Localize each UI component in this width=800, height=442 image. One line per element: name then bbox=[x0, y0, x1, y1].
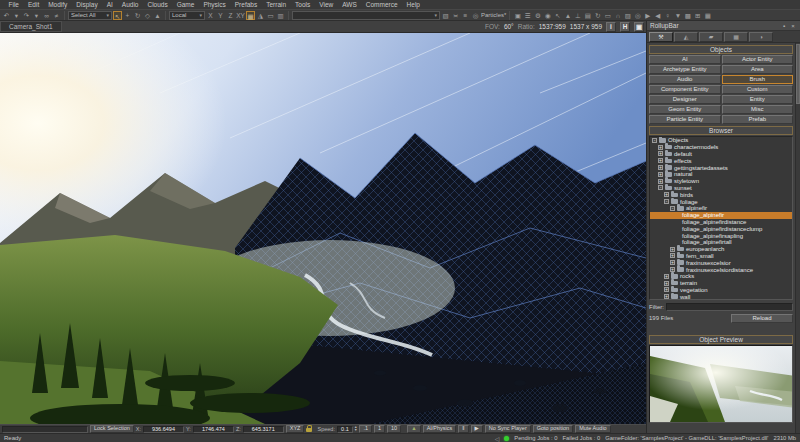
unlink-objects-icon[interactable]: ≠ bbox=[52, 11, 61, 20]
tree-item[interactable]: - foliage bbox=[650, 198, 792, 205]
tree-toggle-icon[interactable]: - bbox=[652, 138, 657, 143]
tree-toggle-icon[interactable]: + bbox=[658, 165, 663, 170]
ratio-value[interactable]: 1537:959 bbox=[539, 23, 566, 30]
stepper-arrows-icon[interactable]: ▲▼ bbox=[353, 426, 357, 433]
lock-selection-button[interactable]: Lock Selection bbox=[90, 425, 134, 433]
new-window-icon[interactable]: ⊞ bbox=[693, 11, 702, 20]
tree-item[interactable]: foliage_alpinefir bbox=[650, 212, 792, 219]
record-icon[interactable]: ◎ bbox=[633, 11, 642, 20]
tree-toggle-icon[interactable]: + bbox=[664, 294, 669, 299]
reload-scripts-icon[interactable]: ↻ bbox=[593, 11, 602, 20]
redo-history-dropdown-icon[interactable]: ▾ bbox=[32, 11, 41, 20]
axis-z-button[interactable]: Z bbox=[226, 11, 235, 20]
axis-x-button[interactable]: X bbox=[206, 11, 215, 20]
tree-item[interactable]: foliage_alpinefirsapling bbox=[650, 232, 792, 239]
y-coordinate-field[interactable]: 1746.474 bbox=[193, 426, 234, 433]
material-editor-icon[interactable]: ▨ bbox=[623, 11, 632, 20]
menu-item[interactable]: Edit bbox=[23, 0, 43, 9]
speed-value[interactable]: 0.1 bbox=[337, 426, 353, 433]
play-icon[interactable]: ▶ bbox=[643, 11, 652, 20]
tree-item[interactable]: foliage_alpinefirdistanceclump bbox=[650, 225, 792, 232]
ruler-icon[interactable]: ▭ bbox=[266, 11, 275, 20]
freeze-mask-icon[interactable]: ▧ bbox=[441, 11, 450, 20]
entity-button[interactable]: Entity bbox=[722, 95, 794, 104]
resolution-value[interactable]: 1537 x 959 bbox=[570, 23, 602, 30]
tree-toggle-icon[interactable]: + bbox=[658, 145, 663, 150]
character-editor-icon[interactable]: ♀ bbox=[663, 11, 672, 20]
step-button[interactable]: ▶ bbox=[471, 425, 483, 433]
component-entity-button[interactable]: Component Entity bbox=[649, 85, 721, 94]
ai-button[interactable]: AI bbox=[649, 55, 721, 64]
tree-toggle-icon[interactable]: + bbox=[670, 260, 675, 265]
texture-browser-icon[interactable]: ▩ bbox=[683, 11, 692, 20]
viewport-3d-scene[interactable] bbox=[0, 33, 646, 424]
tree-toggle-icon[interactable]: - bbox=[664, 199, 669, 204]
particles-icon[interactable]: ◎ bbox=[471, 11, 480, 20]
menu-item[interactable]: Clouds bbox=[143, 0, 172, 9]
close-icon[interactable]: × bbox=[789, 23, 797, 29]
panel-scrollbar[interactable] bbox=[795, 43, 800, 433]
angle-snap-icon[interactable]: ◮ bbox=[256, 11, 265, 20]
particles-label[interactable]: Particles* bbox=[481, 12, 506, 18]
tree-item[interactable]: + effects bbox=[650, 157, 792, 164]
grid-snap-icon[interactable]: ▦ bbox=[246, 11, 255, 20]
menu-item[interactable]: Prefabs bbox=[230, 0, 261, 9]
tree-item[interactable]: + default bbox=[650, 151, 792, 158]
dropdown-icon[interactable]: ▼ bbox=[673, 11, 682, 20]
pick-icon[interactable]: ↖ bbox=[553, 11, 562, 20]
tree-toggle-icon[interactable]: + bbox=[664, 274, 669, 279]
menu-item[interactable]: Terrain bbox=[262, 0, 291, 9]
menu-item[interactable]: Audio bbox=[117, 0, 143, 9]
back-icon[interactable]: ◀ bbox=[653, 11, 662, 20]
menu-item[interactable]: Game bbox=[172, 0, 199, 9]
pin-icon[interactable]: ▪ bbox=[780, 23, 788, 29]
move-tool-icon[interactable]: + bbox=[123, 11, 132, 20]
select-all-dropdown[interactable]: Select All ▾ bbox=[68, 11, 112, 20]
tab-objects[interactable]: ⚒ bbox=[649, 32, 673, 42]
ai-physics-button[interactable]: AI/Physics bbox=[423, 425, 457, 433]
lock-axis-icon[interactable] bbox=[306, 428, 312, 433]
tree-toggle-icon[interactable]: + bbox=[670, 247, 675, 252]
speed-stepper[interactable]: 0.1 ▲▼ bbox=[337, 426, 357, 433]
tree-item[interactable]: + wall bbox=[650, 293, 792, 300]
menu-item[interactable]: Modify bbox=[44, 0, 72, 9]
tree-item[interactable]: foliage_alpinefirtall bbox=[650, 239, 792, 246]
reload-button[interactable]: Reload bbox=[731, 314, 793, 323]
target-icon[interactable]: ◉ bbox=[543, 11, 552, 20]
speed-preset-1-button[interactable]: 1 bbox=[374, 425, 385, 433]
browser-section-header[interactable]: Browser bbox=[649, 126, 793, 135]
scrollbar-thumb[interactable] bbox=[796, 44, 800, 104]
menu-item[interactable]: Commerce bbox=[361, 0, 402, 9]
tree-toggle-icon[interactable]: + bbox=[658, 179, 663, 184]
tab-layers[interactable]: ◑ bbox=[749, 32, 773, 42]
tree-item[interactable]: + charactermodels bbox=[650, 144, 792, 151]
tree-toggle-icon[interactable]: + bbox=[664, 192, 669, 197]
layers-panel-icon[interactable]: ▤ bbox=[583, 11, 592, 20]
undo-history-dropdown-icon[interactable]: ▾ bbox=[12, 11, 21, 20]
camera-tab[interactable]: Camera_Shot1 bbox=[0, 21, 62, 32]
objects-section-header[interactable]: Objects bbox=[649, 45, 793, 54]
geom-entity-button[interactable]: Geom Entity bbox=[649, 105, 721, 114]
tree-item[interactable]: + styletown bbox=[650, 178, 792, 185]
tab-display[interactable]: ▦ bbox=[724, 32, 748, 42]
tree-toggle-icon[interactable]: + bbox=[658, 158, 663, 163]
mask-list-icon[interactable]: ≡ bbox=[461, 11, 470, 20]
tree-toggle-icon[interactable]: - bbox=[658, 185, 663, 190]
tree-toggle-icon[interactable]: + bbox=[658, 151, 663, 156]
axis-xy-button[interactable]: XY bbox=[236, 11, 245, 20]
pause-button[interactable]: ‖ bbox=[458, 425, 468, 433]
helpers-button[interactable]: H bbox=[620, 22, 630, 32]
link-objects-icon[interactable]: ∞ bbox=[42, 11, 51, 20]
rotate-tool-icon[interactable]: ↻ bbox=[133, 11, 142, 20]
tree-toggle-icon[interactable]: + bbox=[658, 172, 663, 177]
selection-mask-icon[interactable]: ▥ bbox=[276, 11, 285, 20]
tree-item[interactable]: + natural bbox=[650, 171, 792, 178]
speed-preset-10-button[interactable]: 10 bbox=[387, 425, 401, 433]
filter-input[interactable] bbox=[666, 303, 793, 311]
undo-icon[interactable]: ↶ bbox=[2, 11, 11, 20]
speed-preset-01-button[interactable]: .1 bbox=[359, 425, 372, 433]
xyz-mode-button[interactable]: XYZ bbox=[286, 425, 305, 433]
area-button[interactable]: Area bbox=[722, 65, 794, 74]
speaker-icon[interactable]: ◁ bbox=[495, 435, 500, 442]
tab-terrain[interactable]: ◭ bbox=[674, 32, 698, 42]
